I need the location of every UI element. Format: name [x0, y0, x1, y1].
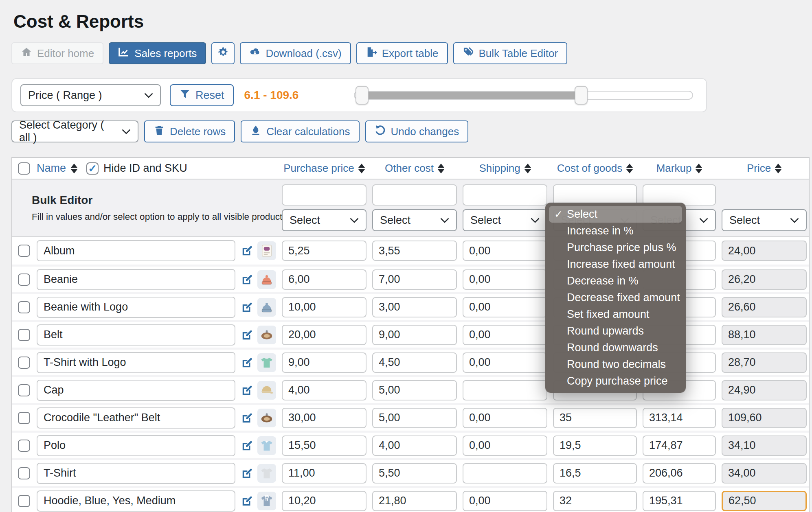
product-thumbnail[interactable] [257, 409, 276, 427]
edit-icon[interactable] [241, 384, 253, 396]
markup-input[interactable] [643, 463, 716, 484]
price-range-slider[interactable] [354, 91, 693, 100]
product-thumbnail[interactable] [257, 298, 276, 317]
sort-icon[interactable] [775, 164, 781, 173]
dropdown-option[interactable]: Decrease in % [549, 273, 682, 289]
edit-icon[interactable] [241, 440, 253, 452]
cost-of-goods-input[interactable] [553, 435, 637, 456]
dropdown-option[interactable]: Copy purchase price [549, 373, 682, 389]
other-cost-input[interactable] [372, 241, 457, 261]
category-select[interactable]: Select Category ( all ) [11, 120, 138, 142]
other-cost-input[interactable] [372, 408, 457, 428]
dropdown-option[interactable]: Set fixed amount [549, 306, 682, 323]
bulk-other-cost-input[interactable] [372, 184, 457, 206]
edit-icon[interactable] [241, 301, 253, 313]
column-header-purchase-price[interactable]: Purchase price [283, 162, 364, 175]
other-cost-input[interactable] [372, 491, 457, 511]
shipping-input[interactable] [463, 269, 547, 290]
export-table-button[interactable]: Export table [356, 42, 448, 64]
hide-id-checkbox[interactable] [86, 162, 99, 175]
other-cost-input[interactable] [372, 325, 457, 345]
sort-icon[interactable] [438, 164, 444, 173]
dropdown-option-selected[interactable]: Select [549, 206, 682, 223]
other-cost-input[interactable] [372, 380, 457, 400]
shipping-input[interactable] [463, 491, 547, 511]
purchase-price-input[interactable] [282, 269, 366, 290]
row-checkbox[interactable] [18, 274, 30, 286]
product-thumbnail[interactable] [257, 492, 276, 510]
product-thumbnail[interactable] [257, 353, 276, 372]
markup-input[interactable] [643, 435, 716, 456]
markup-input[interactable] [643, 491, 716, 511]
dropdown-option[interactable]: Decrease fixed amount [549, 289, 682, 306]
sort-icon[interactable] [696, 164, 702, 173]
settings-button[interactable] [211, 42, 235, 64]
product-name-field[interactable]: Album [37, 240, 235, 261]
product-name-field[interactable]: T-Shirt with Logo [37, 352, 235, 373]
row-checkbox[interactable] [18, 495, 30, 507]
shipping-input[interactable] [463, 408, 547, 428]
purchase-price-input[interactable] [282, 380, 366, 400]
product-thumbnail[interactable] [257, 241, 276, 260]
product-thumbnail[interactable] [257, 326, 276, 344]
shipping-input[interactable] [463, 435, 547, 456]
product-name-field[interactable]: Belt [37, 324, 235, 346]
edit-icon[interactable] [241, 245, 253, 257]
sort-icon[interactable] [626, 164, 633, 173]
download-csv-button[interactable]: Download (.csv) [240, 42, 351, 64]
cost-of-goods-input[interactable] [553, 463, 637, 484]
edit-icon[interactable] [241, 412, 253, 424]
other-cost-input[interactable] [372, 297, 457, 317]
purchase-price-input[interactable] [282, 435, 366, 456]
bulk-purchase-price-input[interactable] [282, 184, 366, 206]
sort-icon[interactable] [525, 164, 531, 173]
select-all-checkbox[interactable] [18, 162, 30, 175]
edit-icon[interactable] [241, 495, 253, 507]
row-checkbox[interactable] [18, 440, 30, 452]
shipping-input[interactable] [463, 380, 547, 400]
shipping-input[interactable] [463, 325, 547, 345]
purchase-price-input[interactable] [282, 325, 366, 345]
other-cost-input[interactable] [372, 463, 457, 484]
column-header-price[interactable]: Price [747, 162, 781, 175]
dropdown-option[interactable]: Increase in % [549, 223, 682, 239]
purchase-price-input[interactable] [282, 491, 366, 511]
row-checkbox[interactable] [18, 412, 30, 424]
bulk-select-shipping[interactable]: Select [463, 209, 547, 231]
purchase-price-input[interactable] [282, 297, 366, 317]
product-thumbnail[interactable] [257, 436, 276, 455]
slider-handle-max[interactable] [575, 86, 588, 105]
product-name-field[interactable]: Hoodie, Blue, Yes, Medium [37, 490, 235, 512]
row-checkbox[interactable] [18, 384, 30, 396]
delete-rows-button[interactable]: Delete rows [144, 120, 235, 142]
bulk-select-purchase-price[interactable]: Select [282, 209, 366, 231]
markup-input[interactable] [643, 408, 716, 428]
row-checkbox[interactable] [18, 301, 30, 313]
product-name-field[interactable]: Beanie [37, 269, 235, 290]
edit-icon[interactable] [241, 329, 253, 341]
sort-icon[interactable] [358, 164, 365, 173]
edit-icon[interactable] [241, 467, 253, 479]
clear-calculations-button[interactable]: Clear calculations [241, 120, 359, 142]
product-thumbnail[interactable] [257, 464, 276, 483]
dropdown-option[interactable]: Round upwards [549, 323, 682, 339]
bulk-table-editor-button[interactable]: Bulk Table Editor [453, 42, 568, 64]
row-checkbox[interactable] [18, 245, 30, 257]
product-name-field[interactable]: Crocodile "Leather" Belt [37, 407, 235, 429]
cost-of-goods-input[interactable] [553, 408, 637, 428]
dropdown-option[interactable]: Round two decimals [549, 356, 682, 373]
undo-changes-button[interactable]: Undo changes [365, 120, 469, 142]
column-header-markup[interactable]: Markup [656, 162, 702, 175]
column-header-name[interactable]: Name [37, 162, 66, 175]
shipping-input[interactable] [463, 463, 547, 484]
product-name-field[interactable]: T-Shirt [37, 463, 235, 484]
slider-handle-min[interactable] [356, 86, 369, 105]
product-thumbnail[interactable] [257, 381, 276, 400]
purchase-price-input[interactable] [282, 352, 366, 373]
row-checkbox[interactable] [18, 329, 30, 341]
other-cost-input[interactable] [372, 435, 457, 456]
shipping-input[interactable] [463, 297, 547, 317]
product-thumbnail[interactable] [257, 270, 276, 289]
row-checkbox[interactable] [18, 467, 30, 479]
purchase-price-input[interactable] [282, 241, 366, 261]
